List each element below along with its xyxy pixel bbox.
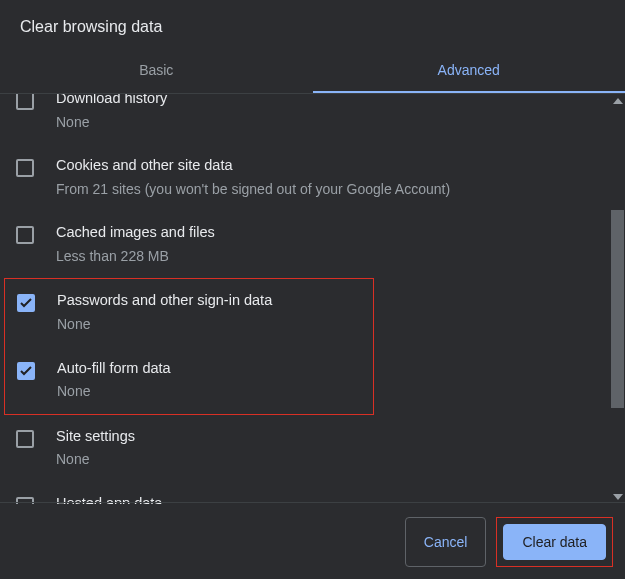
option-subtitle: None bbox=[56, 448, 609, 470]
tabs: Basic Advanced bbox=[0, 50, 625, 94]
option-text: Cached images and files Less than 228 MB bbox=[56, 222, 609, 267]
option-title: Site settings bbox=[56, 426, 609, 448]
option-autofill[interactable]: Auto-fill form data None bbox=[5, 347, 373, 414]
option-title: Download history bbox=[56, 94, 609, 110]
checkbox-cached-images[interactable] bbox=[16, 226, 34, 244]
dialog-footer: Cancel Clear data bbox=[0, 502, 625, 579]
scrollbar-arrow-down-icon[interactable] bbox=[613, 494, 623, 500]
scroll-area: Download history None Cookies and other … bbox=[0, 94, 625, 504]
content-area: Download history None Cookies and other … bbox=[0, 94, 625, 504]
scrollbar-track[interactable] bbox=[610, 94, 625, 504]
checkbox-download-history[interactable] bbox=[16, 94, 34, 110]
option-text: Passwords and other sign-in data None bbox=[57, 290, 357, 335]
option-subtitle: None bbox=[57, 380, 357, 402]
option-text: Site settings None bbox=[56, 426, 609, 471]
clear-data-button[interactable]: Clear data bbox=[503, 524, 606, 560]
checkbox-cookies[interactable] bbox=[16, 159, 34, 177]
scrollbar-thumb[interactable] bbox=[611, 210, 624, 408]
option-text: Download history None bbox=[56, 94, 609, 133]
option-passwords[interactable]: Passwords and other sign-in data None bbox=[5, 279, 373, 346]
tab-advanced[interactable]: Advanced bbox=[313, 50, 626, 93]
highlight-clear: Clear data bbox=[496, 517, 613, 567]
option-subtitle: None bbox=[57, 313, 357, 335]
scrollbar-arrow-up-icon[interactable] bbox=[613, 98, 623, 104]
checkbox-passwords[interactable] bbox=[17, 294, 35, 312]
option-title: Cached images and files bbox=[56, 222, 609, 244]
option-cached-images[interactable]: Cached images and files Less than 228 MB bbox=[0, 211, 625, 278]
option-download-history[interactable]: Download history None bbox=[0, 94, 625, 144]
tab-basic[interactable]: Basic bbox=[0, 50, 313, 93]
option-cookies[interactable]: Cookies and other site data From 21 site… bbox=[0, 144, 625, 211]
option-text: Cookies and other site data From 21 site… bbox=[56, 155, 609, 200]
cancel-button[interactable]: Cancel bbox=[405, 517, 487, 567]
highlight-group: Passwords and other sign-in data None Au… bbox=[4, 278, 374, 414]
option-subtitle: Less than 228 MB bbox=[56, 245, 609, 267]
option-title: Auto-fill form data bbox=[57, 358, 357, 380]
option-subtitle: From 21 sites (you won't be signed out o… bbox=[56, 178, 609, 200]
option-title: Passwords and other sign-in data bbox=[57, 290, 357, 312]
checkbox-autofill[interactable] bbox=[17, 362, 35, 380]
checkbox-site-settings[interactable] bbox=[16, 430, 34, 448]
option-text: Auto-fill form data None bbox=[57, 358, 357, 403]
option-subtitle: None bbox=[56, 111, 609, 133]
option-site-settings[interactable]: Site settings None bbox=[0, 415, 625, 482]
option-hosted-apps[interactable]: Hosted app data 5 apps (Cloud Print, Gma… bbox=[0, 482, 625, 504]
option-title: Cookies and other site data bbox=[56, 155, 609, 177]
dialog-title: Clear browsing data bbox=[0, 0, 625, 50]
